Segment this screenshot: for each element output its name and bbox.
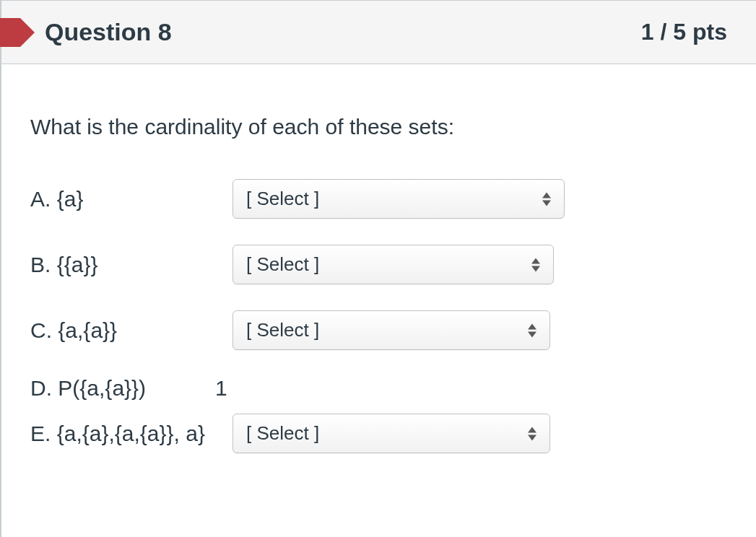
question-points: 1 / 5 pts [641, 19, 727, 45]
chevron-updown-icon [531, 258, 540, 271]
chevron-updown-icon [528, 427, 536, 440]
question-prompt: What is the cardinality of each of these… [30, 115, 727, 139]
select-c[interactable]: [ Select ] [233, 310, 550, 350]
answer-label-e: E. {a,{a},{a,{a}}, a} [30, 422, 233, 446]
answer-value-d: 1 [214, 376, 227, 401]
select-e-value: [ Select ] [246, 422, 319, 444]
answer-row-b: B. {{a}} [ Select ] [30, 245, 727, 284]
select-b[interactable]: [ Select ] [233, 245, 554, 284]
answer-label-c: C. {a,{a}} [30, 318, 233, 343]
chevron-updown-icon [528, 323, 536, 337]
chevron-updown-icon [542, 192, 551, 206]
answer-label-a: A. {a} [30, 187, 233, 211]
answer-label-b: B. {{a}} [30, 253, 233, 277]
answer-row-a: A. {a} [ Select ] [30, 179, 727, 219]
question-header: Question 8 1 / 5 pts [1, 0, 756, 64]
quiz-container: Question 8 1 / 5 pts What is the cardina… [0, 0, 756, 537]
select-c-value: [ Select ] [246, 319, 319, 341]
answer-row-e: E. {a,{a},{a,{a}}, a} [ Select ] [30, 414, 727, 453]
marker-flag-tip [20, 18, 35, 47]
answer-label-d: D. P({a,{a}}) [30, 376, 233, 401]
marker-flag [0, 18, 20, 47]
question-title: Question 8 [45, 18, 172, 46]
select-a[interactable]: [ Select ] [233, 179, 565, 219]
answer-row-d: D. P({a,{a}}) 1 [30, 376, 727, 401]
question-body: What is the cardinality of each of these… [1, 64, 756, 508]
select-b-value: [ Select ] [246, 253, 319, 275]
select-e[interactable]: [ Select ] [233, 414, 550, 453]
select-a-value: [ Select ] [246, 188, 319, 209]
answer-row-c: C. {a,{a}} [ Select ] [30, 310, 727, 350]
